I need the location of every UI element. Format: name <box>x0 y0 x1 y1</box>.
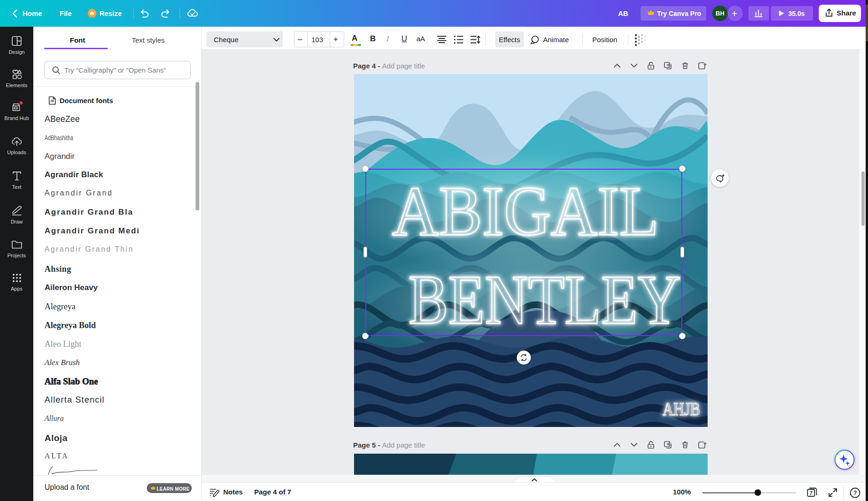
svg-text:?: ? <box>853 490 857 496</box>
svg-text:AHJB: AHJB <box>663 398 700 419</box>
svg-text:7: 7 <box>810 490 813 496</box>
svg-text:co.: co. <box>15 107 17 109</box>
